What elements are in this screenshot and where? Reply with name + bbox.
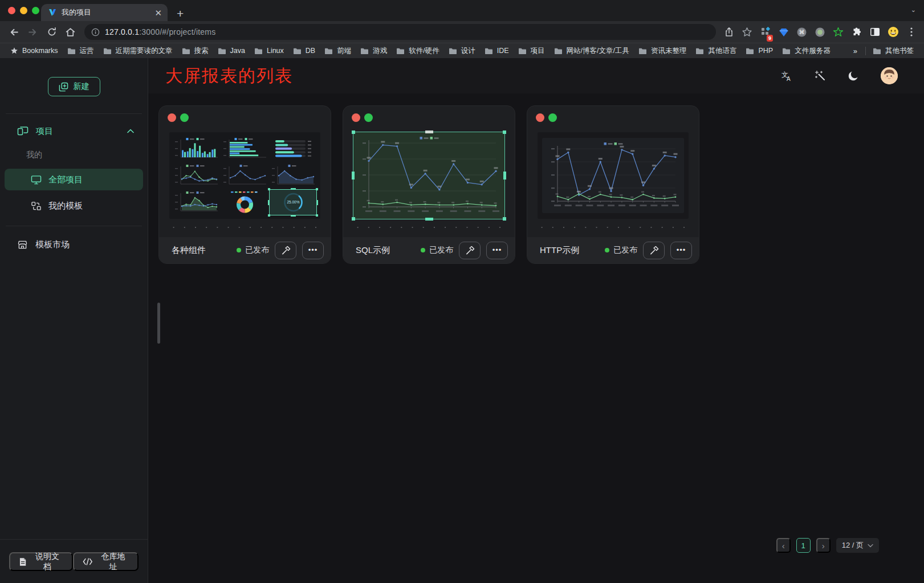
sidebar-item-template-market[interactable]: 模板市场 (0, 233, 148, 256)
bookmark-folder[interactable]: 运营 (63, 46, 99, 56)
bookmark-folder[interactable]: 软件/硬件 (392, 46, 443, 56)
docs-button[interactable]: 说明文档 (9, 552, 73, 571)
language-icon[interactable]: 文A (780, 70, 793, 81)
chrome-menu-icon[interactable] (903, 23, 919, 40)
zoom-window-button[interactable] (32, 7, 39, 14)
edit-project-button[interactable] (643, 242, 665, 259)
profile-avatar-icon[interactable] (885, 23, 901, 40)
new-project-button[interactable]: 新建 (48, 77, 100, 96)
forward-button[interactable] (23, 23, 42, 42)
thumb-cell (173, 136, 220, 161)
bookmark-folder[interactable]: 近期需要读的文章 (99, 46, 177, 56)
green-dot-icon (364, 113, 373, 122)
sidebar-section-project[interactable]: 项目 (0, 120, 148, 142)
bookmark-folder[interactable]: 文件服务器 (778, 46, 835, 56)
bookmarks-manager[interactable]: Bookmarks (6, 47, 63, 55)
hammer-icon (649, 246, 659, 255)
selection-handle (291, 188, 296, 190)
thumbnail-donut-chart (222, 190, 267, 214)
bookmark-folder-label: Linux (267, 47, 284, 55)
extension-record-icon[interactable] (812, 23, 828, 40)
page-size-value: 12 / 页 (842, 540, 864, 551)
project-card: SQL示例 已发布 ••• (343, 105, 515, 264)
selection-handle (316, 200, 318, 205)
header-icons: 文A (780, 67, 924, 84)
more-options-button[interactable]: ••• (302, 242, 324, 259)
bookmark-folder[interactable]: PHP (741, 46, 778, 56)
user-avatar[interactable] (881, 67, 898, 84)
close-window-button[interactable] (8, 7, 15, 14)
sidebar-item-my-templates[interactable]: 我的模板 (5, 195, 143, 217)
svg-text:A: A (787, 76, 791, 81)
folder-icon (218, 47, 226, 55)
site-info-icon[interactable] (91, 28, 100, 36)
bookmark-folder[interactable]: Linux (250, 46, 288, 56)
thumbnail-area-chart (174, 190, 219, 214)
bookmark-folder[interactable]: 设计 (444, 46, 480, 56)
bookmark-folder[interactable]: Java (213, 46, 250, 56)
bookmark-folder[interactable]: IDE (480, 46, 514, 56)
more-options-button[interactable]: ••• (670, 242, 692, 259)
back-button[interactable] (5, 23, 23, 42)
prev-page-button[interactable]: ‹ (776, 538, 791, 553)
bookmark-folder[interactable]: 前端 (320, 46, 356, 56)
bookmark-folder[interactable]: 项目 (514, 46, 549, 56)
minimize-window-button[interactable] (20, 7, 27, 14)
bookmark-folder-label: 文件服务器 (795, 46, 831, 56)
side-panel-icon[interactable] (866, 23, 883, 40)
page-size-select[interactable]: 12 / 页 (836, 538, 879, 553)
edit-project-button[interactable] (459, 242, 481, 259)
bookmark-folder[interactable]: 资讯未整理 (634, 46, 691, 56)
bookmark-folder[interactable]: 网站/博客/文章/工具 (549, 46, 634, 56)
extension-grid-icon[interactable]: 9 (757, 23, 774, 40)
address-bar[interactable]: 127.0.0.1:3000/#/project/items (84, 24, 716, 40)
bookmark-folder-label: 近期需要读的文章 (116, 46, 173, 56)
storefront-icon (17, 240, 28, 250)
browser-tab[interactable]: 我的项目 ✕ (41, 4, 168, 21)
bookmark-folder[interactable]: DB (288, 46, 320, 56)
sidebar-item-template-market-label: 模板市场 (35, 239, 70, 250)
bookmark-folder[interactable]: 搜索 (177, 46, 213, 56)
bookmarks-overflow-chevron[interactable]: » (848, 47, 863, 55)
bookmark-folder[interactable]: 其他语言 (691, 46, 741, 56)
projects-icon (17, 126, 29, 136)
repo-button[interactable]: 仓库地址 (73, 552, 139, 571)
home-button[interactable] (61, 23, 80, 42)
extension-command-icon[interactable]: ⌘ (793, 23, 810, 40)
tab-title: 我的项目 (62, 7, 150, 18)
reload-button[interactable] (42, 23, 61, 42)
sidebar-section-project-label: 项目 (36, 126, 53, 137)
bookmark-folder-label: 搜索 (194, 46, 209, 56)
selection-handle (268, 188, 270, 190)
thumbnail-area-chart (271, 164, 316, 187)
scrollbar-thumb[interactable] (157, 303, 160, 344)
edit-project-button[interactable] (275, 242, 296, 259)
bookmark-folder-label: 前端 (337, 46, 351, 56)
tab-strip: 我的项目 ✕ + ⌄ (0, 0, 924, 21)
app-root: 新建 项目 我的 全部项目 我的模板 模板市场 (0, 58, 924, 583)
sidebar-item-my-templates-label: 我的模板 (48, 201, 83, 211)
new-tab-button[interactable]: + (177, 7, 184, 19)
browser-toolbar: 127.0.0.1:3000/#/project/items 9 ⌘ (0, 21, 924, 43)
current-page-button[interactable]: 1 (796, 538, 811, 553)
goview-favicon (48, 8, 57, 17)
tab-close-icon[interactable]: ✕ (154, 9, 162, 17)
tab-search-chevron-icon[interactable]: ⌄ (911, 6, 916, 14)
bookmark-star-icon[interactable] (739, 23, 755, 40)
share-icon[interactable] (721, 23, 737, 40)
folder-icon (782, 47, 791, 55)
next-page-button[interactable]: › (816, 538, 831, 553)
bookmark-folder[interactable]: 游戏 (356, 46, 392, 56)
dark-mode-moon-icon[interactable] (848, 70, 859, 81)
sidebar-item-all-projects[interactable]: 全部项目 (5, 169, 143, 190)
project-card-list: 25.00% 各种组件 已发布 ••• (148, 93, 924, 264)
folder-icon (324, 47, 333, 55)
extensions-puzzle-icon[interactable] (848, 23, 865, 40)
other-bookmarks[interactable]: 其他书签 (868, 46, 918, 56)
extension-gem-icon[interactable] (775, 23, 792, 40)
more-options-button[interactable]: ••• (486, 242, 508, 259)
extension-star-icon[interactable] (830, 23, 846, 40)
magic-wand-icon[interactable] (815, 70, 826, 81)
hammer-icon (465, 246, 475, 255)
toolbar-right-icons: 9 ⌘ (721, 23, 919, 40)
